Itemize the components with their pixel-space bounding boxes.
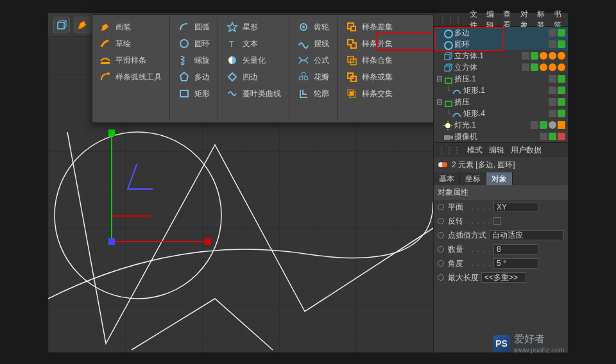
object-row[interactable]: 圆环 [434, 38, 568, 50]
menu-item-profile-blue[interactable]: 轮廓 [293, 85, 333, 102]
menu-item-or-orange[interactable]: 样条或集 [341, 69, 397, 85]
axis-x[interactable] [111, 241, 207, 242]
menu-item-flower-blue[interactable]: 花瓣 [293, 69, 333, 85]
object-tags[interactable] [549, 75, 568, 83]
light-icon [443, 120, 452, 129]
radio-icon[interactable] [438, 260, 444, 267]
plane-dropdown[interactable]: XY [493, 202, 538, 212]
watermark-name: 爱好者 [514, 333, 565, 346]
intersect-orange-icon [345, 87, 358, 100]
menu-item-rect-blue[interactable]: 矩形 [174, 85, 214, 102]
menu-item-formula-blue[interactable]: 公式 [293, 52, 333, 69]
menu-item-sketch-orange[interactable]: 草绘 [95, 35, 166, 52]
menu-item-pen-orange[interactable]: 画笔 [95, 19, 166, 35]
prop-maxlen: 最大长度 <<多重>> [434, 270, 568, 285]
object-name: 摄像机 [454, 131, 540, 142]
svg-rect-31 [445, 101, 452, 106]
menu-item-arc-blue[interactable]: 圆弧 [174, 19, 214, 35]
menu-item-smooth-orange[interactable]: 平滑样条 [95, 52, 166, 69]
object-tags[interactable] [522, 52, 568, 60]
menu-item-intersect-orange[interactable]: 样条交集 [341, 85, 397, 102]
tab-basic[interactable]: 基本 [434, 172, 460, 185]
menu-item-text-blue[interactable]: T文本 [222, 35, 285, 52]
radio-icon[interactable] [438, 218, 444, 224]
prop-plane-label: 平面 [448, 202, 463, 213]
object-list[interactable]: 多边圆环立方体.1立方体⊟挤压.1└矩形.1⊟挤压└矩形.4灯光.1摄像机 [434, 27, 568, 143]
svg-point-27 [445, 42, 452, 49]
menu-item-label: 四边 [243, 72, 258, 83]
object-row[interactable]: ⊟挤压 [434, 96, 568, 108]
object-row[interactable]: 灯光.1 [434, 119, 568, 131]
menu-item-vectorize-blue[interactable]: 矢量化 [222, 52, 285, 69]
menu-item-label: 样条差集 [362, 22, 393, 33]
object-name: 矩形.1 [463, 85, 549, 96]
object-row[interactable]: ⊟挤压.1 [434, 73, 568, 85]
object-tags[interactable] [549, 110, 568, 117]
menu-item-cycloid-blue[interactable]: 摆线 [293, 35, 333, 52]
object-row[interactable]: 立方体 [434, 62, 568, 73]
object-row[interactable]: 立方体.1 [434, 50, 568, 62]
attr-menu-edit[interactable]: 编辑 [489, 145, 504, 156]
extrude-green-icon [443, 74, 452, 83]
menu-item-cogwheel-blue[interactable]: 齿轮 [293, 19, 333, 35]
menu-item-helix-blue[interactable]: 螺旋 [174, 52, 214, 69]
profile-blue-icon [297, 87, 310, 100]
tab-object[interactable]: 对象 [486, 172, 513, 185]
object-row[interactable]: 多边 [434, 27, 568, 38]
attr-menu-mode[interactable]: 模式 [467, 145, 483, 156]
watermark-logo: PS [493, 335, 510, 352]
menu-item-arc-tool-orange[interactable]: 样条弧线工具 [95, 69, 166, 85]
object-row[interactable]: └矩形.4 [434, 108, 568, 119]
angle-field[interactable]: 5 ° [493, 258, 538, 269]
multi-element-icon [438, 160, 448, 170]
menu-item-union-orange[interactable]: 样条并集 [341, 35, 397, 52]
union-orange-icon [345, 37, 358, 50]
object-tags[interactable] [531, 121, 568, 129]
object-name: 矩形.4 [463, 108, 549, 119]
object-name: 灯光.1 [454, 120, 531, 131]
menu-item-quad-blue[interactable]: 四边 [222, 69, 285, 85]
section-object-props: 对象属性 [434, 185, 568, 200]
menu-item-label: 公式 [314, 55, 329, 66]
menu-item-label: 多边 [194, 72, 210, 83]
object-tags[interactable] [549, 40, 568, 48]
object-row[interactable]: 摄像机 [434, 131, 568, 142]
object-tags[interactable] [549, 87, 568, 94]
axis-y[interactable] [111, 132, 112, 241]
tab-coord[interactable]: 坐标 [460, 172, 486, 185]
prop-count: 数量 . . . . . 8 [434, 242, 568, 256]
menu-item-cissoid-blue[interactable]: 蔓叶类曲线 [222, 85, 285, 102]
menu-item-subtract-orange[interactable]: 样条差集 [341, 19, 397, 35]
object-row[interactable]: └矩形.1 [434, 85, 568, 96]
svg-rect-18 [351, 26, 355, 31]
subtract-orange-icon [345, 21, 358, 33]
count-field: 8 [493, 244, 538, 254]
interp-dropdown[interactable]: 自动适应 [489, 230, 564, 240]
svg-point-16 [304, 76, 308, 80]
cube-tool-icon[interactable] [53, 17, 70, 33]
handle-y[interactable] [108, 129, 115, 136]
menu-item-and-orange[interactable]: 样条合集 [341, 52, 397, 69]
spline-blue-icon [452, 86, 461, 95]
text-blue-icon: T [226, 37, 239, 50]
prop-reverse: 反转 . . . . . [434, 214, 568, 228]
menu-item-polygon-blue[interactable]: 多边 [174, 69, 214, 85]
menu-item-star-blue[interactable]: 星形 [222, 19, 285, 35]
radio-icon[interactable] [438, 232, 444, 238]
maxlen-field: <<多重>> [481, 272, 526, 283]
object-tags[interactable] [522, 63, 568, 71]
handle-x[interactable] [205, 238, 211, 245]
menu-item-circle-blue[interactable]: 圆环 [174, 35, 214, 52]
object-name: 立方体 [454, 62, 522, 73]
handle-origin[interactable] [108, 238, 115, 245]
object-tags[interactable] [549, 29, 568, 37]
object-tags[interactable] [540, 133, 568, 140]
attribute-manager-menu: ⋮⋮⋮ 模式 编辑 用户数据 [434, 143, 568, 157]
pen-tool-icon[interactable] [74, 17, 90, 33]
spline-popup-menu: 画笔草绘平滑样条样条弧线工具 圆弧圆环螺旋多边矩形 星形T文本矢量化四边蔓叶类曲… [92, 14, 438, 123]
object-tags[interactable] [549, 98, 568, 106]
radio-icon[interactable] [438, 204, 444, 210]
attr-menu-userdata[interactable]: 用户数据 [511, 145, 542, 156]
menu-item-label: 圆弧 [194, 22, 210, 33]
reverse-checkbox[interactable] [493, 217, 501, 225]
